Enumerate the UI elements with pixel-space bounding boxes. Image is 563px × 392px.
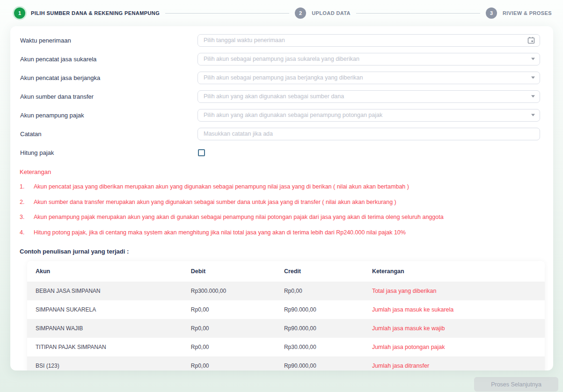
stepper-connector — [356, 13, 480, 14]
table-row: SIMPANAN SUKARELA Rp0,00 Rp90.000,00 Jum… — [27, 300, 545, 319]
note-number: 3. — [20, 214, 34, 221]
step-2-badge: 2 — [295, 7, 306, 19]
note-item-4: 4. Hitung potong pajak, jika di centang … — [20, 229, 540, 237]
waktu-penerimaan-input[interactable] — [197, 34, 540, 47]
jasa-berjangka-input[interactable] — [197, 72, 540, 84]
jasa-berjangka-select — [197, 72, 540, 84]
cell-akun: SIMPANAN SUKARELA — [27, 300, 183, 319]
journal-example-title: Contoh penulisan jurnal yang terjadi : — [20, 248, 540, 255]
sumber-dana-label: Akun sumber dana transfer — [20, 93, 197, 100]
penampung-pajak-input[interactable] — [197, 109, 540, 122]
cell-debit: Rp300.000,00 — [183, 282, 276, 300]
jasa-sukarela-input[interactable] — [197, 53, 540, 65]
hitung-pajak-control — [197, 149, 540, 156]
cell-akun: BEBAN JASA SIMPANAN — [27, 282, 183, 300]
form-row-jasa-berjangka: Akun pencatat jasa berjangka — [20, 68, 540, 87]
cell-keterangan: Jumlah jasa masuk ke wajib — [364, 319, 545, 338]
cell-akun: TITIPAN PAJAK SIMPANAN — [27, 338, 183, 356]
notes-section: Keterangan 1. Akun pencatat jasa yang di… — [20, 168, 540, 237]
form-row-jasa-sukarela: Akun pencatat jasa sukarela — [20, 50, 540, 68]
table-row: TITIPAN PAJAK SIMPANAN Rp0,00 Rp30.000,0… — [27, 338, 545, 356]
waktu-penerimaan-label: Waktu penerimaan — [20, 37, 197, 44]
note-text: Akun penampung pajak merupakan akun yang… — [34, 214, 444, 221]
note-number: 2. — [20, 199, 34, 206]
note-number: 4. — [20, 229, 34, 237]
table-row: SIMPANAN WAJIB Rp0,00 Rp90.000,00 Jumlah… — [27, 319, 545, 338]
note-number: 1. — [20, 183, 34, 191]
hitung-pajak-checkbox[interactable] — [198, 149, 205, 156]
cell-keterangan: Jumlah jasa potongan pajak — [364, 338, 545, 356]
cell-keterangan: Total jasa yang diberikan — [364, 282, 545, 300]
proses-selanjutnya-button[interactable]: Proses Selanjutnya — [474, 377, 558, 392]
note-item-1: 1. Akun pencatat jasa yang diberikan mer… — [20, 183, 540, 191]
footer-bar: Proses Selanjutnya — [0, 370, 563, 392]
note-text: Akun sumber dana transfer merupakan akun… — [34, 199, 396, 206]
form-row-waktu-penerimaan: Waktu penerimaan — [20, 31, 540, 50]
cell-credit: Rp90.000,00 — [276, 319, 364, 338]
sumber-dana-select — [197, 90, 540, 103]
notes-title: Keterangan — [20, 168, 540, 175]
note-text: Hitung potong pajak, jika di centang mak… — [34, 229, 406, 237]
note-item-2: 2. Akun sumber dana transfer merupakan a… — [20, 199, 540, 206]
cell-credit: Rp0,00 — [276, 282, 364, 300]
form-row-penampung-pajak: Akun penampung pajak — [20, 106, 540, 124]
step-1-badge: 1 — [14, 7, 25, 19]
step-2-label: UPLOAD DATA — [312, 10, 351, 16]
catatan-input[interactable] — [197, 128, 540, 140]
hitung-pajak-label: Hitung pajak — [20, 149, 197, 156]
form-row-hitung-pajak: Hitung pajak — [20, 143, 540, 162]
cell-credit: Rp30.000,00 — [276, 338, 364, 356]
table-row: BSI (123) Rp0,00 Rp90.000,00 Jumlah jasa… — [27, 356, 545, 371]
wizard-stepper: 1 PILIH SUMBER DANA & REKENING PENAMPUNG… — [0, 0, 563, 26]
cell-debit: Rp0,00 — [183, 356, 276, 371]
column-header-debit: Debit — [183, 261, 276, 282]
note-item-3: 3. Akun penampung pajak merupakan akun y… — [20, 214, 540, 221]
waktu-penerimaan-control — [197, 34, 540, 47]
note-text: Akun pencatat jasa yang diberikan merupa… — [34, 183, 409, 191]
cell-akun: BSI (123) — [27, 356, 183, 371]
table-row: BEBAN JASA SIMPANAN Rp300.000,00 Rp0,00 … — [27, 282, 545, 300]
cell-keterangan: Jumlah jasa ditransfer — [364, 356, 545, 371]
step-3-label: RIVIEW & PROSES — [503, 10, 552, 16]
column-header-akun: Akun — [27, 261, 183, 282]
step-2-upload-data[interactable]: 2 UPLOAD DATA — [295, 7, 351, 19]
journal-table: Akun Debit Credit Keterangan BEBAN JASA … — [27, 261, 545, 371]
cell-credit: Rp90.000,00 — [276, 356, 364, 371]
stepper-connector — [165, 13, 289, 14]
step-1-pilih-sumber-dana[interactable]: 1 PILIH SUMBER DANA & REKENING PENAMPUNG — [14, 7, 160, 19]
column-header-keterangan: Keterangan — [364, 261, 545, 282]
jasa-sukarela-select — [197, 53, 540, 65]
cell-keterangan: Jumlah jasa masuk ke sukarela — [364, 300, 545, 319]
table-header-row: Akun Debit Credit Keterangan — [27, 261, 545, 282]
step-1-label: PILIH SUMBER DANA & REKENING PENAMPUNG — [31, 10, 160, 16]
catatan-label: Catatan — [20, 131, 197, 138]
cell-akun: SIMPANAN WAJIB — [27, 319, 183, 338]
cell-debit: Rp0,00 — [183, 319, 276, 338]
form-row-sumber-dana: Akun sumber dana transfer — [20, 87, 540, 106]
cell-debit: Rp0,00 — [183, 300, 276, 319]
penampung-pajak-select — [197, 109, 540, 122]
form-card: Waktu penerimaan Akun pencatat jasa suka… — [10, 26, 553, 370]
form-row-catatan: Catatan — [20, 124, 540, 143]
column-header-credit: Credit — [276, 261, 364, 282]
sumber-dana-input[interactable] — [197, 90, 540, 103]
cell-credit: Rp90.000,00 — [276, 300, 364, 319]
step-3-riview-proses[interactable]: 3 RIVIEW & PROSES — [486, 7, 552, 19]
penampung-pajak-label: Akun penampung pajak — [20, 112, 197, 119]
step-3-badge: 3 — [486, 7, 497, 19]
jasa-sukarela-label: Akun pencatat jasa sukarela — [20, 56, 197, 63]
jasa-berjangka-label: Akun pencatat jasa berjangka — [20, 74, 197, 81]
catatan-control — [197, 128, 540, 140]
cell-debit: Rp0,00 — [183, 338, 276, 356]
